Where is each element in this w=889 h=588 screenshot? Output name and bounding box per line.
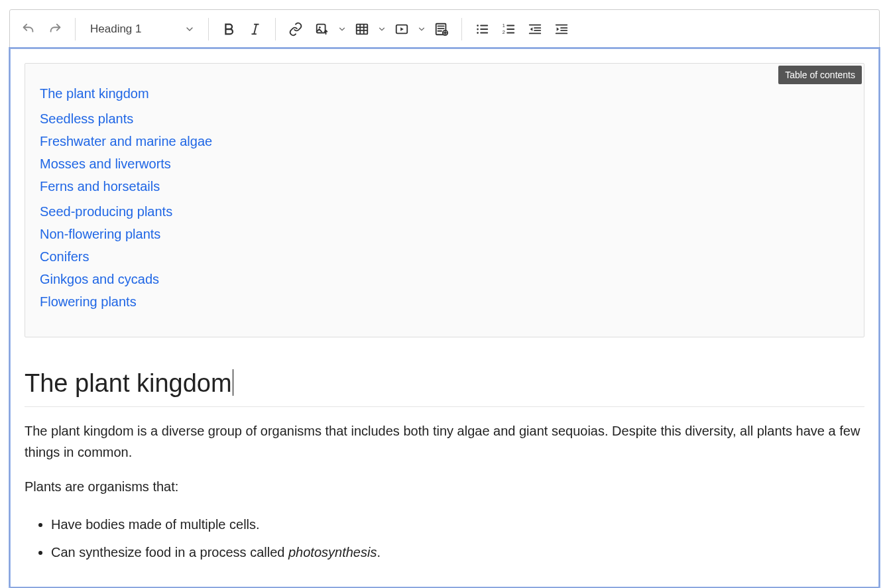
history-group bbox=[11, 13, 72, 45]
toc-item: Non-flowering plants bbox=[40, 223, 849, 245]
toolbar-separator bbox=[208, 18, 209, 40]
svg-point-4 bbox=[319, 26, 321, 28]
doc-heading-1-text: The plant kingdom bbox=[25, 369, 232, 398]
toc-link[interactable]: Ginkgos and cycads bbox=[40, 268, 159, 290]
table-of-contents[interactable]: Table of contents The plant kingdomSeedl… bbox=[25, 63, 864, 337]
editor-content[interactable]: Table of contents The plant kingdomSeedl… bbox=[10, 48, 879, 587]
doc-paragraph[interactable]: Plants are organisms that: bbox=[25, 476, 864, 497]
redo-icon bbox=[48, 22, 62, 36]
toc-link[interactable]: Freshwater and marine algae bbox=[40, 130, 212, 152]
svg-marker-39 bbox=[557, 27, 560, 31]
media-icon bbox=[394, 22, 409, 36]
table-combo bbox=[349, 16, 388, 42]
inline-format-group bbox=[211, 13, 272, 45]
bullet-list-icon bbox=[475, 22, 489, 36]
image-upload-icon bbox=[315, 22, 329, 36]
toc-item: Freshwater and marine algae bbox=[40, 130, 849, 152]
svg-point-20 bbox=[477, 28, 479, 30]
doc-heading-1[interactable]: The plant kingdom bbox=[25, 369, 864, 407]
toc-link[interactable]: Conifers bbox=[40, 245, 89, 268]
svg-marker-34 bbox=[530, 27, 533, 31]
toc-item: Mosses and liverworts bbox=[40, 152, 849, 175]
toc-link[interactable]: The plant kingdom bbox=[40, 82, 149, 105]
media-button[interactable] bbox=[388, 16, 415, 42]
bold-icon bbox=[221, 22, 236, 36]
chevron-down-icon bbox=[377, 25, 386, 34]
indent-button[interactable] bbox=[548, 16, 575, 42]
bold-button[interactable] bbox=[215, 16, 242, 42]
toc-link[interactable]: Seed-producing plants bbox=[40, 200, 172, 223]
outdent-button[interactable] bbox=[522, 16, 548, 42]
toc-link[interactable]: Flowering plants bbox=[40, 290, 137, 313]
editor-frame: Heading 1 bbox=[9, 9, 880, 588]
svg-line-2 bbox=[254, 24, 257, 34]
numbered-list-button[interactable]: 12 bbox=[495, 16, 522, 42]
toc-list: The plant kingdomSeedless plantsFreshwat… bbox=[40, 82, 849, 313]
toc-link[interactable]: Seedless plants bbox=[40, 107, 133, 130]
list-group: 12 bbox=[465, 13, 579, 45]
undo-icon bbox=[21, 22, 36, 36]
toolbar-separator bbox=[275, 18, 276, 40]
text-caret bbox=[233, 369, 233, 396]
indent-icon bbox=[554, 22, 569, 36]
toc-link[interactable]: Mosses and liverworts bbox=[40, 152, 171, 175]
numbered-list-icon: 12 bbox=[501, 22, 516, 36]
svg-point-21 bbox=[477, 32, 479, 34]
toc-item: The plant kingdom bbox=[40, 82, 849, 105]
toc-item: Ferns and horsetails bbox=[40, 175, 849, 198]
toolbar-separator bbox=[75, 18, 76, 40]
document-body[interactable]: The plant kingdom The plant kingdom is a… bbox=[25, 369, 864, 566]
redo-button[interactable] bbox=[42, 16, 68, 42]
toc-link[interactable]: Ferns and horsetails bbox=[40, 175, 160, 198]
svg-rect-5 bbox=[357, 24, 368, 34]
toc-insert-button[interactable] bbox=[428, 16, 455, 42]
chevron-down-icon bbox=[337, 25, 347, 34]
toc-item: Ginkgos and cycads bbox=[40, 268, 849, 290]
toolbar-separator bbox=[461, 18, 462, 40]
chevron-down-icon bbox=[417, 25, 426, 34]
toc-icon bbox=[434, 22, 449, 36]
doc-paragraph[interactable]: The plant kingdom is a diverse group of … bbox=[25, 420, 864, 463]
link-button[interactable] bbox=[282, 16, 309, 42]
toc-badge: Table of contents bbox=[778, 66, 862, 84]
svg-point-19 bbox=[477, 25, 479, 27]
toc-item: Flowering plants bbox=[40, 290, 849, 313]
media-dropdown[interactable] bbox=[415, 16, 428, 42]
toc-item: Conifers bbox=[40, 245, 849, 268]
insert-group bbox=[278, 13, 459, 45]
heading-dropdown-label: Heading 1 bbox=[90, 23, 142, 36]
image-combo bbox=[309, 16, 349, 42]
bullet-list-button[interactable] bbox=[469, 16, 495, 42]
outdent-icon bbox=[528, 22, 542, 36]
italic-text: photosynthesis bbox=[288, 545, 377, 559]
toc-badge-label: Table of contents bbox=[778, 66, 862, 84]
table-icon bbox=[355, 22, 369, 36]
doc-bullet-list[interactable]: Have bodies made of multiple cells.Can s… bbox=[25, 510, 864, 566]
toolbar: Heading 1 bbox=[10, 10, 879, 48]
svg-marker-11 bbox=[400, 27, 404, 31]
chevron-down-icon bbox=[184, 24, 195, 34]
media-combo bbox=[388, 16, 428, 42]
image-dropdown[interactable] bbox=[335, 16, 349, 42]
toc-item: Seedless plants bbox=[40, 107, 849, 130]
block-format-group: Heading 1 bbox=[78, 13, 206, 45]
italic-icon bbox=[248, 22, 263, 36]
image-upload-button[interactable] bbox=[309, 16, 335, 42]
table-button[interactable] bbox=[349, 16, 375, 42]
table-dropdown[interactable] bbox=[375, 16, 388, 42]
svg-text:1: 1 bbox=[503, 23, 505, 29]
toc-item: Seed-producing plants bbox=[40, 200, 849, 223]
list-item[interactable]: Can synthesize food in a process called … bbox=[51, 538, 864, 566]
toc-link[interactable]: Non-flowering plants bbox=[40, 223, 160, 245]
list-item[interactable]: Have bodies made of multiple cells. bbox=[51, 510, 864, 538]
heading-dropdown[interactable]: Heading 1 bbox=[82, 16, 202, 42]
link-icon bbox=[288, 22, 303, 36]
undo-button[interactable] bbox=[15, 16, 42, 42]
italic-button[interactable] bbox=[242, 16, 268, 42]
svg-text:2: 2 bbox=[503, 29, 505, 35]
